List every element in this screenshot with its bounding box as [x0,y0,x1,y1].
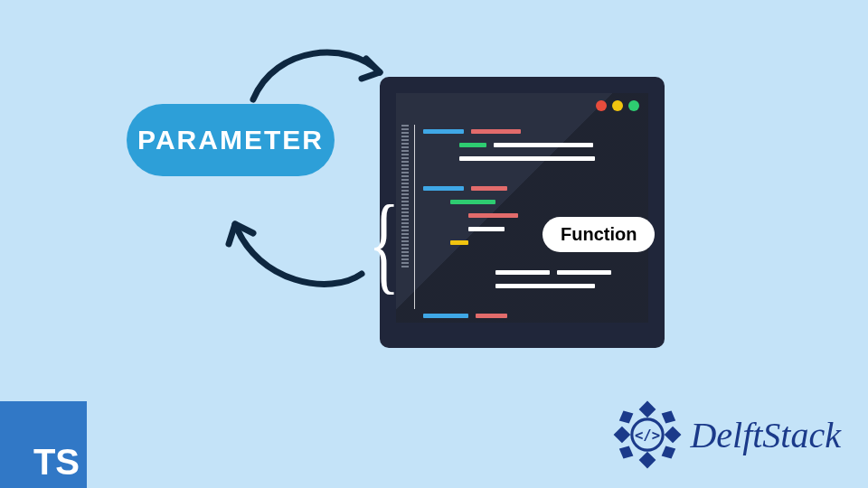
curly-brace-icon: { [369,190,401,298]
delftstack-logo-icon: </> [612,399,683,470]
window-dot-green [628,100,639,111]
parameter-label: PARAMETER [137,125,324,155]
brand-name: DelftStack [690,414,841,456]
svg-marker-7 [662,446,676,458]
svg-text:</>: </> [635,427,660,444]
brand: </> DelftStack [612,399,841,470]
curved-arrow-left-icon [212,188,375,296]
svg-marker-1 [639,452,656,469]
svg-marker-4 [619,410,634,423]
window-dot-yellow [612,100,623,111]
line-gutter [401,125,409,309]
window-dot-red [596,100,607,111]
window-controls [596,100,639,111]
svg-marker-3 [665,427,682,444]
gutter-rule [414,125,415,309]
svg-marker-2 [614,427,631,444]
svg-marker-0 [639,401,656,418]
function-pill: Function [542,217,655,252]
function-label: Function [561,224,637,244]
typescript-badge: TS [0,401,87,488]
typescript-badge-text: TS [33,442,80,483]
svg-marker-6 [619,446,634,458]
parameter-pill: PARAMETER [127,104,335,176]
svg-marker-5 [662,410,676,423]
curved-arrow-right-icon [240,32,402,113]
code-window [380,77,665,348]
